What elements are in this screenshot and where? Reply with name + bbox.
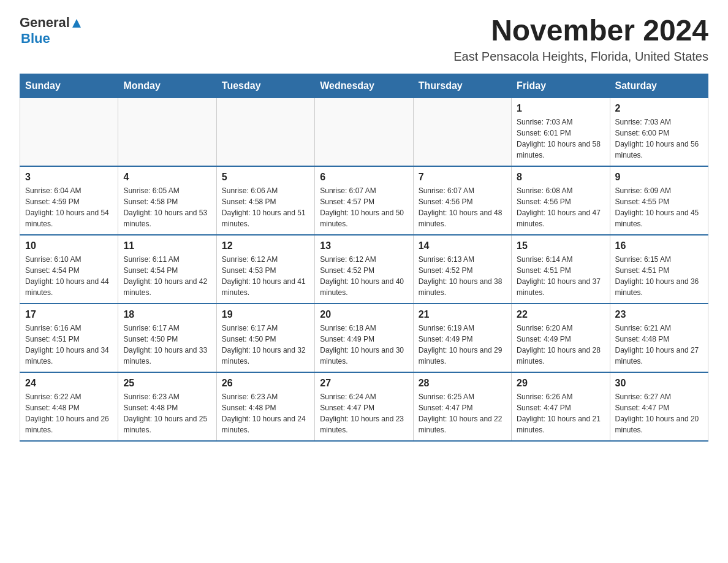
day-number: 21 xyxy=(419,309,506,320)
logo-general-text: General xyxy=(20,15,70,31)
title-block: November 2024 East Pensacola Heights, Fl… xyxy=(453,15,708,64)
page-header: General Blue November 2024 East Pensacol… xyxy=(20,15,708,64)
day-info: Sunrise: 6:11 AMSunset: 4:54 PMDaylight:… xyxy=(123,254,211,298)
calendar-table: SundayMondayTuesdayWednesdayThursdayFrid… xyxy=(20,74,708,442)
logo: General Blue xyxy=(20,15,82,47)
calendar-header-wednesday: Wednesday xyxy=(315,74,413,98)
calendar-cell: 9Sunrise: 6:09 AMSunset: 4:55 PMDaylight… xyxy=(610,166,708,235)
calendar-header-friday: Friday xyxy=(512,74,610,98)
day-number: 22 xyxy=(517,309,604,320)
day-info: Sunrise: 6:21 AMSunset: 4:48 PMDaylight:… xyxy=(615,323,703,367)
day-number: 16 xyxy=(615,240,703,251)
day-number: 25 xyxy=(123,378,211,389)
calendar-cell: 19Sunrise: 6:17 AMSunset: 4:50 PMDayligh… xyxy=(216,304,314,372)
day-number: 4 xyxy=(123,172,211,183)
calendar-cell: 6Sunrise: 6:07 AMSunset: 4:57 PMDaylight… xyxy=(315,166,413,235)
day-info: Sunrise: 6:13 AMSunset: 4:52 PMDaylight:… xyxy=(419,254,506,298)
calendar-cell: 12Sunrise: 6:12 AMSunset: 4:53 PMDayligh… xyxy=(216,235,314,304)
day-number: 24 xyxy=(25,378,113,389)
day-number: 9 xyxy=(615,172,703,183)
day-info: Sunrise: 6:07 AMSunset: 4:56 PMDaylight:… xyxy=(419,185,506,229)
day-number: 3 xyxy=(25,172,113,183)
calendar-cell: 21Sunrise: 6:19 AMSunset: 4:49 PMDayligh… xyxy=(413,304,511,372)
calendar-cell: 11Sunrise: 6:11 AMSunset: 4:54 PMDayligh… xyxy=(118,235,216,304)
day-info: Sunrise: 6:19 AMSunset: 4:49 PMDaylight:… xyxy=(419,323,506,367)
svg-marker-0 xyxy=(72,19,81,28)
calendar-week-4: 17Sunrise: 6:16 AMSunset: 4:51 PMDayligh… xyxy=(20,304,708,372)
day-number: 11 xyxy=(123,240,211,251)
day-info: Sunrise: 6:14 AMSunset: 4:51 PMDaylight:… xyxy=(517,254,604,298)
day-info: Sunrise: 6:15 AMSunset: 4:51 PMDaylight:… xyxy=(615,254,703,298)
day-info: Sunrise: 6:27 AMSunset: 4:47 PMDaylight:… xyxy=(615,391,703,435)
calendar-cell: 29Sunrise: 6:26 AMSunset: 4:47 PMDayligh… xyxy=(512,372,610,441)
calendar-cell: 1Sunrise: 7:03 AMSunset: 6:01 PMDaylight… xyxy=(512,98,610,166)
page-title: November 2024 xyxy=(453,15,708,47)
day-info: Sunrise: 6:04 AMSunset: 4:59 PMDaylight:… xyxy=(25,185,113,229)
day-number: 17 xyxy=(25,309,113,320)
calendar-header-saturday: Saturday xyxy=(610,74,708,98)
logo-blue-text: Blue xyxy=(21,31,50,47)
calendar-cell: 15Sunrise: 6:14 AMSunset: 4:51 PMDayligh… xyxy=(512,235,610,304)
calendar-cell: 16Sunrise: 6:15 AMSunset: 4:51 PMDayligh… xyxy=(610,235,708,304)
day-number: 23 xyxy=(615,309,703,320)
day-info: Sunrise: 6:08 AMSunset: 4:56 PMDaylight:… xyxy=(517,185,604,229)
day-info: Sunrise: 6:17 AMSunset: 4:50 PMDaylight:… xyxy=(123,323,211,367)
day-info: Sunrise: 7:03 AMSunset: 6:00 PMDaylight:… xyxy=(615,117,703,161)
day-number: 13 xyxy=(320,240,408,251)
calendar-week-1: 1Sunrise: 7:03 AMSunset: 6:01 PMDaylight… xyxy=(20,98,708,166)
calendar-cell: 24Sunrise: 6:22 AMSunset: 4:48 PMDayligh… xyxy=(20,372,118,441)
day-info: Sunrise: 6:06 AMSunset: 4:58 PMDaylight:… xyxy=(222,185,309,229)
calendar-cell: 8Sunrise: 6:08 AMSunset: 4:56 PMDaylight… xyxy=(512,166,610,235)
calendar-cell xyxy=(315,98,413,166)
day-info: Sunrise: 6:17 AMSunset: 4:50 PMDaylight:… xyxy=(222,323,309,367)
calendar-header-monday: Monday xyxy=(118,74,216,98)
day-info: Sunrise: 6:23 AMSunset: 4:48 PMDaylight:… xyxy=(222,391,309,435)
day-number: 20 xyxy=(320,309,408,320)
day-number: 27 xyxy=(320,378,408,389)
day-number: 14 xyxy=(419,240,506,251)
calendar-header-thursday: Thursday xyxy=(413,74,511,98)
page-subtitle: East Pensacola Heights, Florida, United … xyxy=(453,50,708,64)
day-number: 7 xyxy=(419,172,506,183)
day-number: 1 xyxy=(517,103,604,114)
day-number: 5 xyxy=(222,172,309,183)
day-number: 2 xyxy=(615,103,703,114)
calendar-cell: 20Sunrise: 6:18 AMSunset: 4:49 PMDayligh… xyxy=(315,304,413,372)
calendar-cell: 22Sunrise: 6:20 AMSunset: 4:49 PMDayligh… xyxy=(512,304,610,372)
day-info: Sunrise: 6:18 AMSunset: 4:49 PMDaylight:… xyxy=(320,323,408,367)
day-number: 18 xyxy=(123,309,211,320)
calendar-cell: 28Sunrise: 6:25 AMSunset: 4:47 PMDayligh… xyxy=(413,372,511,441)
day-info: Sunrise: 7:03 AMSunset: 6:01 PMDaylight:… xyxy=(517,117,604,161)
calendar-cell: 7Sunrise: 6:07 AMSunset: 4:56 PMDaylight… xyxy=(413,166,511,235)
day-info: Sunrise: 6:10 AMSunset: 4:54 PMDaylight:… xyxy=(25,254,113,298)
day-info: Sunrise: 6:12 AMSunset: 4:53 PMDaylight:… xyxy=(222,254,309,298)
calendar-week-2: 3Sunrise: 6:04 AMSunset: 4:59 PMDaylight… xyxy=(20,166,708,235)
day-number: 30 xyxy=(615,378,703,389)
day-number: 28 xyxy=(419,378,506,389)
day-info: Sunrise: 6:25 AMSunset: 4:47 PMDaylight:… xyxy=(419,391,506,435)
calendar-cell: 4Sunrise: 6:05 AMSunset: 4:58 PMDaylight… xyxy=(118,166,216,235)
calendar-header-sunday: Sunday xyxy=(20,74,118,98)
calendar-header-tuesday: Tuesday xyxy=(216,74,314,98)
calendar-cell: 2Sunrise: 7:03 AMSunset: 6:00 PMDaylight… xyxy=(610,98,708,166)
calendar-header-row: SundayMondayTuesdayWednesdayThursdayFrid… xyxy=(20,74,708,98)
calendar-cell: 26Sunrise: 6:23 AMSunset: 4:48 PMDayligh… xyxy=(216,372,314,441)
day-number: 19 xyxy=(222,309,309,320)
day-number: 10 xyxy=(25,240,113,251)
calendar-cell: 10Sunrise: 6:10 AMSunset: 4:54 PMDayligh… xyxy=(20,235,118,304)
calendar-cell: 18Sunrise: 6:17 AMSunset: 4:50 PMDayligh… xyxy=(118,304,216,372)
day-info: Sunrise: 6:16 AMSunset: 4:51 PMDaylight:… xyxy=(25,323,113,367)
calendar-cell: 3Sunrise: 6:04 AMSunset: 4:59 PMDaylight… xyxy=(20,166,118,235)
day-number: 8 xyxy=(517,172,604,183)
calendar-week-5: 24Sunrise: 6:22 AMSunset: 4:48 PMDayligh… xyxy=(20,372,708,441)
day-number: 29 xyxy=(517,378,604,389)
day-info: Sunrise: 6:20 AMSunset: 4:49 PMDaylight:… xyxy=(517,323,604,367)
day-info: Sunrise: 6:24 AMSunset: 4:47 PMDaylight:… xyxy=(320,391,408,435)
day-info: Sunrise: 6:22 AMSunset: 4:48 PMDaylight:… xyxy=(25,391,113,435)
day-number: 12 xyxy=(222,240,309,251)
calendar-cell: 13Sunrise: 6:12 AMSunset: 4:52 PMDayligh… xyxy=(315,235,413,304)
day-info: Sunrise: 6:09 AMSunset: 4:55 PMDaylight:… xyxy=(615,185,703,229)
calendar-cell xyxy=(216,98,314,166)
calendar-cell: 27Sunrise: 6:24 AMSunset: 4:47 PMDayligh… xyxy=(315,372,413,441)
day-info: Sunrise: 6:12 AMSunset: 4:52 PMDaylight:… xyxy=(320,254,408,298)
